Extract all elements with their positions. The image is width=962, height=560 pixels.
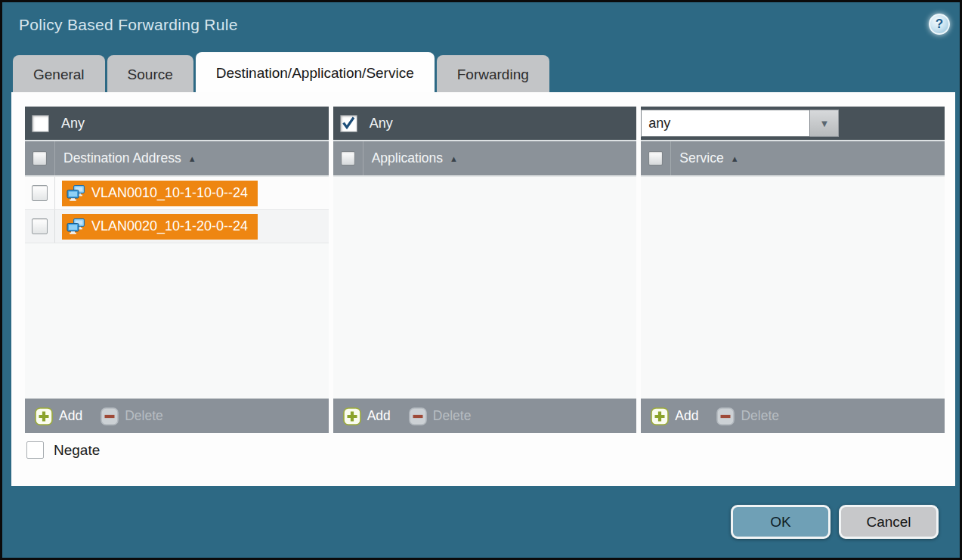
delete-label: Delete <box>125 408 163 424</box>
service-column: any ▼ Service ▲ <box>641 107 945 433</box>
tab-forwarding[interactable]: Forwarding <box>437 55 549 93</box>
applications-delete-button[interactable]: Delete <box>409 407 472 425</box>
service-footer-bar: Add Delete <box>641 398 945 433</box>
address-object-name: VLAN0020_10-1-20-0--24 <box>91 218 248 234</box>
sort-ascending-icon[interactable]: ▲ <box>731 154 739 163</box>
checkmark-icon <box>341 116 356 131</box>
selection-columns: Any Destination Address ▲ <box>25 107 945 433</box>
service-delete-button[interactable]: Delete <box>716 407 779 425</box>
tab-bar: General Source Destination/Application/S… <box>13 52 549 93</box>
negate-checkbox[interactable] <box>26 441 44 459</box>
tab-source[interactable]: Source <box>107 55 193 93</box>
delete-label: Delete <box>433 408 472 424</box>
tab-general[interactable]: General <box>13 55 105 93</box>
policy-based-forwarding-dialog: Policy Based Forwarding Rule ? General S… <box>0 0 962 560</box>
chevron-down-icon[interactable]: ▼ <box>810 110 839 137</box>
destination-select-all-checkbox[interactable] <box>32 151 47 166</box>
delete-icon <box>409 407 427 425</box>
destination-column-header: Destination Address ▲ <box>25 140 329 175</box>
add-label: Add <box>367 408 391 424</box>
address-group-icon <box>67 218 85 234</box>
applications-add-button[interactable]: Add <box>343 407 391 425</box>
applications-column-header: Applications ▲ <box>333 140 637 175</box>
list-item: VLAN0010_10-1-10-0--24 <box>25 177 329 210</box>
sort-ascending-icon[interactable]: ▲ <box>450 154 458 163</box>
address-object-name: VLAN0010_10-1-10-0--24 <box>91 185 248 201</box>
add-icon <box>35 407 53 425</box>
service-select-all-cell <box>641 141 671 175</box>
destination-any-bar: Any <box>25 107 329 140</box>
destination-address-column: Any Destination Address ▲ <box>25 107 329 433</box>
service-add-button[interactable]: Add <box>651 407 698 425</box>
destination-select-all-cell <box>25 141 55 175</box>
add-icon <box>343 407 361 425</box>
service-list <box>641 175 945 398</box>
tab-destination-application-service[interactable]: Destination/Application/Service <box>196 52 435 93</box>
ok-button[interactable]: OK <box>731 505 831 539</box>
row-checkbox[interactable] <box>32 218 48 234</box>
applications-any-bar: Any <box>333 107 637 140</box>
service-header-label[interactable]: Service <box>679 150 723 166</box>
service-dropdown-bar: any ▼ <box>641 107 945 140</box>
destination-any-label: Any <box>61 116 85 131</box>
destination-address-list: VLAN0010_10-1-10-0--24 <box>25 175 329 398</box>
delete-icon <box>716 407 735 425</box>
list-item: VLAN0020_10-1-20-0--24 <box>25 210 329 243</box>
dialog-title: Policy Based Forwarding Rule <box>19 16 238 34</box>
add-label: Add <box>59 408 82 424</box>
address-object-chip[interactable]: VLAN0020_10-1-20-0--24 <box>62 214 258 240</box>
negate-option: Negate <box>26 441 100 459</box>
service-dropdown: any ▼ <box>641 110 839 137</box>
applications-list <box>333 175 637 398</box>
applications-any-label: Any <box>370 116 393 131</box>
destination-header-label[interactable]: Destination Address <box>63 150 181 166</box>
service-column-header: Service ▲ <box>641 140 945 175</box>
negate-label: Negate <box>54 442 100 459</box>
applications-select-all-checkbox[interactable] <box>341 151 355 166</box>
destination-any-checkbox[interactable] <box>32 115 49 132</box>
applications-header-label[interactable]: Applications <box>372 150 443 166</box>
delete-label: Delete <box>741 408 779 424</box>
destination-footer-bar: Add Delete <box>25 398 329 433</box>
applications-any-checkbox[interactable] <box>340 115 357 132</box>
tab-content-panel: Any Destination Address ▲ <box>11 92 955 486</box>
sort-ascending-icon[interactable]: ▲ <box>188 154 196 163</box>
applications-footer-bar: Add Delete <box>333 398 637 433</box>
service-dropdown-value[interactable]: any <box>641 110 810 137</box>
address-object-chip[interactable]: VLAN0010_10-1-10-0--24 <box>62 181 258 206</box>
dialog-action-buttons: OK Cancel <box>731 505 939 539</box>
applications-select-all-cell <box>333 141 363 175</box>
delete-icon <box>101 407 119 425</box>
row-checkbox-cell <box>25 177 55 209</box>
row-checkbox[interactable] <box>32 185 48 201</box>
row-checkbox-cell <box>25 210 55 243</box>
service-select-all-checkbox[interactable] <box>648 151 663 166</box>
cancel-button[interactable]: Cancel <box>839 505 939 539</box>
address-group-icon <box>67 185 85 201</box>
add-icon <box>651 407 669 425</box>
destination-delete-button[interactable]: Delete <box>101 407 163 425</box>
add-label: Add <box>675 408 698 424</box>
applications-column: Any Applications ▲ <box>333 107 637 433</box>
help-icon[interactable]: ? <box>929 14 950 35</box>
destination-add-button[interactable]: Add <box>35 407 82 425</box>
